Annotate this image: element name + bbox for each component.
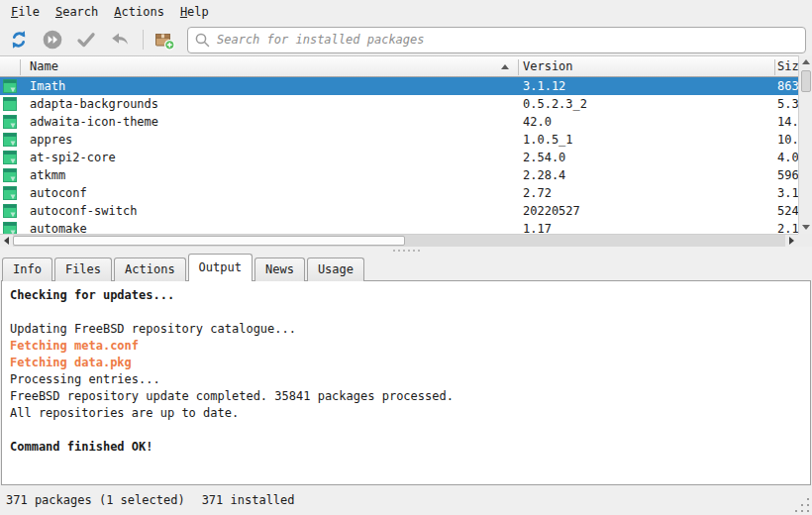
installed-package-icon [3, 115, 17, 129]
output-line [10, 304, 802, 321]
fast-forward-icon [42, 29, 63, 51]
output-line: Processing entries... [10, 371, 802, 388]
package-size: 596 [777, 166, 798, 184]
toolbar-separator [143, 30, 144, 50]
output-line: Checking for updates... [10, 287, 802, 304]
scroll-right-button[interactable] [785, 235, 798, 247]
horizontal-scrollbar[interactable] [0, 234, 798, 247]
arrow-left-icon [4, 237, 9, 245]
package-version: 42.0 [523, 113, 772, 131]
horizontal-scrollbar-thumb[interactable] [13, 236, 405, 246]
package-name: adapta-backgrounds [30, 95, 500, 113]
package-name: appres [30, 131, 500, 149]
table-header: Name Version Size [0, 55, 798, 77]
check-icon [75, 29, 97, 51]
output-pane[interactable]: Checking for updates... Updating FreeBSD… [1, 280, 811, 485]
column-header-size[interactable]: Size [777, 56, 798, 78]
table-body: Imath 3.1.12 863 adapta-backgrounds 0.5.… [0, 77, 798, 234]
tab-output[interactable]: Output [188, 254, 253, 281]
package-size: 2.1 [777, 220, 798, 234]
scroll-down-button[interactable] [800, 221, 812, 234]
arrow-right-icon [789, 237, 794, 245]
tab-files[interactable]: Files [54, 258, 112, 281]
menubar: File Search Actions Help [0, 0, 812, 24]
output-line: Command finished OK! [10, 439, 802, 456]
table-row[interactable]: autoconf 2.72 3.1 [0, 184, 798, 202]
scroll-left-button[interactable] [0, 235, 13, 247]
check-updates-button[interactable] [6, 27, 32, 52]
scroll-up-button[interactable] [800, 55, 812, 68]
package-manager-window: File Search Actions Help [0, 0, 812, 515]
tab-info[interactable]: Info [2, 258, 52, 281]
package-size: 14. [777, 113, 798, 131]
package-name: autoconf [30, 184, 500, 202]
output-line: Updating FreeBSD repository catalogue... [10, 321, 802, 338]
package-size: 524 [777, 202, 798, 220]
package-version: 1.0.5_1 [523, 131, 772, 149]
column-separator [518, 59, 519, 75]
search-box [187, 27, 806, 53]
output-line: Fetching meta.conf [10, 338, 802, 355]
table-row[interactable]: adwaita-icon-theme 42.0 14. [0, 113, 798, 131]
system-upgrade-button[interactable] [40, 27, 65, 52]
vertical-scrollbar-thumb[interactable] [801, 70, 811, 92]
search-icon [194, 32, 211, 49]
menu-help[interactable]: Help [172, 2, 217, 22]
package-size: 4.0 [777, 149, 798, 166]
output-line: Fetching data.pkg [10, 355, 802, 371]
package-version: 2.28.4 [523, 166, 772, 184]
vertical-scrollbar[interactable] [798, 55, 812, 234]
table-row[interactable]: automake 1.17 2.1 [0, 220, 798, 234]
menu-search[interactable]: Search [48, 2, 106, 22]
tab-actions[interactable]: Actions [114, 258, 186, 281]
search-input[interactable] [217, 33, 799, 47]
package-table: Name Version Size Imath 3.1.12 863 adapt… [0, 55, 798, 234]
package-name: automake [30, 220, 500, 234]
package-version: 20220527 [523, 202, 772, 220]
tab-usage[interactable]: Usage [307, 258, 364, 281]
toolbar [0, 24, 812, 55]
table-row[interactable]: autoconf-switch 20220527 524 [0, 202, 798, 220]
package-name: atkmm [30, 166, 500, 184]
package-size: 3.1 [777, 184, 798, 202]
table-row[interactable]: appres 1.0.5_1 10. [0, 131, 798, 149]
tab-news[interactable]: News [254, 258, 305, 281]
package-size: 5.3 [777, 95, 798, 113]
installed-package-icon [3, 204, 17, 218]
installed-package-icon [3, 168, 17, 182]
package-size: 10. [777, 131, 798, 149]
output-line: All repositories are up to date. [10, 405, 802, 422]
package-version: 0.5.2.3_2 [523, 95, 772, 113]
table-row[interactable]: adapta-backgrounds 0.5.2.3_2 5.3 [0, 95, 798, 113]
installed-package-icon [3, 151, 17, 164]
arrow-up-icon [802, 59, 810, 64]
packages-count-label: 371 packages (1 selected) [6, 493, 185, 507]
rollback-button[interactable] [107, 27, 133, 52]
table-row[interactable]: at-spi2-core 2.54.0 4.0 [0, 149, 798, 166]
package-name: autoconf-switch [30, 202, 500, 220]
table-row[interactable]: Imath 3.1.12 863 [0, 77, 798, 95]
tabbar: Info Files Actions Output News Usage [2, 254, 366, 281]
installed-package-icon [3, 222, 17, 234]
arrow-down-icon [802, 225, 810, 230]
window-resize-grip[interactable] [795, 498, 809, 512]
installed-package-icon [3, 79, 17, 93]
menu-actions[interactable]: Actions [106, 2, 172, 22]
table-row[interactable]: atkmm 2.28.4 596 [0, 166, 798, 184]
scrollbar-corner [798, 234, 812, 247]
package-size: 863 [777, 77, 798, 95]
sync-icon [8, 29, 30, 51]
commit-button[interactable] [73, 27, 99, 52]
package-name: Imath [30, 77, 500, 95]
package-version: 3.1.12 [523, 77, 772, 95]
menu-file[interactable]: File [3, 2, 48, 22]
installed-package-icon [3, 186, 17, 200]
splitter-handle[interactable] [0, 247, 812, 254]
installed-package-icon [3, 97, 17, 111]
splitter-dots-icon [393, 250, 420, 252]
install-local-package-button[interactable] [152, 27, 177, 52]
column-header-name[interactable]: Name [30, 56, 58, 78]
installed-package-icon [3, 133, 17, 147]
output-line: FreeBSD repository update completed. 358… [10, 388, 802, 405]
column-header-version[interactable]: Version [523, 56, 573, 78]
